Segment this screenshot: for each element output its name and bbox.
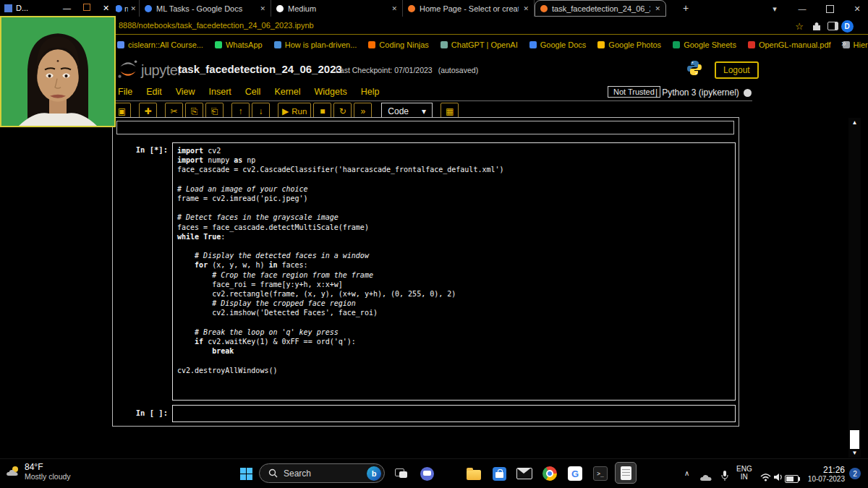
screen: n✕ML Tasks - Google Docs✕Medium✕Home Pag… (0, 0, 868, 488)
start-button[interactable] (240, 468, 252, 480)
extensions-puzzle-icon[interactable] (810, 20, 823, 32)
language-indicator[interactable]: ENG IN (736, 465, 752, 481)
browser-tab-3[interactable]: Home Page - Select or create a n✕ (403, 0, 535, 17)
page-scrollbar[interactable]: ▲ ▼ (848, 118, 861, 458)
profile-avatar[interactable]: D (841, 20, 854, 32)
partial-cell-above[interactable] (116, 121, 734, 134)
cell-prompt: In [ ]: (122, 408, 168, 417)
webcam-app-icon (4, 4, 12, 12)
menu-kernel[interactable]: Kernel (274, 87, 300, 97)
new-tab-button[interactable]: + (683, 2, 689, 14)
terminal-button[interactable]: >_ (592, 465, 609, 482)
bookmark-star-icon[interactable]: ☆ (793, 20, 806, 32)
tab-close-icon[interactable]: ✕ (391, 5, 397, 12)
notification-badge[interactable]: 2 (849, 468, 861, 479)
window-minimize-button[interactable]: — (791, 0, 813, 17)
google-button[interactable]: G (566, 465, 584, 482)
clock-widget[interactable]: 21:26 10-07-2023 (800, 465, 845, 483)
not-trusted-button[interactable]: Not Trusted (608, 86, 660, 98)
tab-close-icon[interactable]: ✕ (655, 5, 660, 12)
menu-edit[interactable]: Edit (146, 87, 162, 97)
browser-tab-1[interactable]: ML Tasks - Google Docs✕ (140, 0, 271, 17)
cell-type-value: Code (388, 106, 409, 116)
task-view-button[interactable] (393, 465, 410, 482)
document-app-button[interactable] (615, 462, 637, 484)
menu-insert[interactable]: Insert (209, 87, 231, 97)
battery-button[interactable] (783, 470, 800, 487)
document-icon (621, 466, 631, 480)
folder-icon (467, 470, 481, 480)
tab-close-icon[interactable]: ✕ (130, 5, 136, 12)
scroll-down-icon[interactable]: ▼ (848, 450, 861, 456)
browser-tab-bar: n✕ML Tasks - Google Docs✕Medium✕Home Pag… (0, 0, 868, 17)
cell-prompt: In [*]: (122, 145, 168, 154)
terminal-icon: >_ (593, 466, 608, 481)
restart-run-all-icon: » (361, 106, 366, 116)
menu-view[interactable]: View (176, 87, 195, 97)
bing-icon[interactable]: b (367, 466, 381, 481)
tab-search-icon[interactable]: ▾ (764, 0, 786, 17)
scrollbar-thumb[interactable] (850, 430, 859, 449)
tab-close-icon[interactable]: ✕ (523, 5, 529, 12)
bookmark-2[interactable]: How is plan-driven... (274, 40, 357, 49)
file-explorer-button[interactable] (465, 465, 482, 482)
run-label: Run (292, 107, 307, 116)
webcam-maximize-button[interactable] (77, 4, 96, 12)
bookmark-7[interactable]: Google Sheets (673, 40, 736, 49)
move-down-icon: ↓ (259, 106, 263, 116)
webcam-minimize-button[interactable]: — (57, 4, 77, 12)
bookmarks-overflow-icon[interactable]: » (841, 38, 846, 48)
weather-desc: Mostly cloudy (25, 472, 71, 481)
window-maximize-button[interactable] (819, 0, 841, 17)
bookmark-label: cislearn::All Course... (128, 40, 203, 49)
tray-expand-icon[interactable]: ∧ (684, 469, 689, 477)
battery-icon (785, 475, 799, 483)
browser-tab-4[interactable]: task_facedetection_24_06_2023 -✕ (535, 0, 666, 17)
language-code: ENG (736, 465, 752, 473)
tab-close-icon[interactable]: ✕ (260, 5, 265, 12)
chrome-button[interactable] (541, 465, 558, 482)
notebook-title[interactable]: task_facedetection_24_06_2023 (178, 63, 342, 75)
kernel-busy-icon (744, 89, 752, 97)
bookmark-favicon (441, 41, 448, 48)
chat-button[interactable] (418, 465, 435, 482)
logout-button[interactable]: Logout (715, 61, 759, 79)
webcam-close-button[interactable]: ✕ (96, 4, 116, 13)
taskbar-search[interactable]: Search b (259, 463, 385, 483)
menu-widgets[interactable]: Widgets (315, 87, 347, 97)
bookmark-label: Google Docs (540, 40, 587, 49)
store-button[interactable] (490, 465, 508, 482)
address-bar[interactable]: 8888/notebooks/task_facedetection_24_06_… (0, 17, 868, 35)
menu-file[interactable]: File (118, 87, 132, 97)
split-screen-icon[interactable] (826, 20, 839, 32)
jupyter-logo[interactable]: jupyter (117, 59, 182, 79)
code-cell-input[interactable]: import cv2import numpy as npface_cascade… (172, 142, 736, 401)
bookmark-1[interactable]: WhatsApp (215, 40, 263, 49)
mail-button[interactable] (516, 465, 533, 482)
mic-button[interactable] (716, 467, 733, 484)
bookmark-label: Google Sheets (684, 40, 736, 49)
tab-title: n (124, 4, 128, 13)
webcam-window[interactable]: D... — ✕ (0, 0, 116, 127)
window-close-button[interactable]: ✕ (846, 0, 868, 17)
interrupt-icon: ■ (320, 106, 325, 116)
cut-cell-icon: ✂ (170, 106, 177, 116)
empty-cell-input[interactable] (172, 405, 736, 422)
bookmark-3[interactable]: Coding Ninjas (368, 40, 428, 49)
bookmark-8[interactable]: OpenGL-manual.pdf (748, 40, 831, 49)
weather-widget[interactable]: 84°F Mostly cloudy (6, 462, 71, 481)
bookmark-5[interactable]: Google Docs (529, 40, 587, 49)
onedrive-button[interactable] (697, 468, 715, 486)
bookmark-6[interactable]: Google Photos (597, 40, 661, 49)
menu-cell[interactable]: Cell (245, 87, 261, 97)
bookmark-0[interactable]: cislearn::All Course... (117, 40, 203, 49)
language-region: IN (736, 473, 752, 481)
scroll-up-icon[interactable]: ▲ (848, 119, 861, 126)
browser-tab-0[interactable]: n✕ (112, 0, 140, 17)
browser-tab-2[interactable]: Medium✕ (271, 0, 403, 17)
url-text[interactable]: 8888/notebooks/task_facedetection_24_06_… (119, 21, 314, 30)
bookmark-label: Hierarchical Modelli... (854, 40, 868, 49)
webcam-titlebar[interactable]: D... — ✕ (0, 0, 116, 16)
bookmark-4[interactable]: ChatGPT | OpenAI (441, 40, 518, 49)
menu-help[interactable]: Help (361, 87, 380, 97)
